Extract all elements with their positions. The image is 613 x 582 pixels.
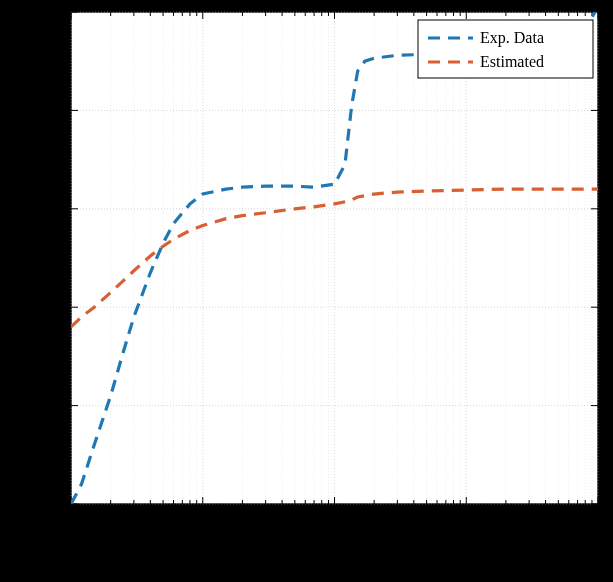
y-axis-label: Angular Displacement (rad) — [2, 146, 25, 370]
svg-text:0.5: 0.5 — [43, 3, 63, 20]
svg-text:0: 0 — [55, 495, 63, 512]
svg-text:0.2: 0.2 — [43, 298, 63, 315]
legend-label-1: Estimated — [480, 53, 544, 70]
chart-svg: 10-210-1100101102 00.10.20.30.40.5 Time … — [0, 0, 613, 582]
legend: Exp. DataEstimated — [418, 20, 593, 78]
svg-text:0.1: 0.1 — [43, 397, 63, 414]
svg-text:0.3: 0.3 — [43, 200, 63, 217]
chart-container: 10-210-1100101102 00.10.20.30.40.5 Time … — [0, 0, 613, 582]
legend-label-0: Exp. Data — [480, 29, 544, 47]
svg-text:0.4: 0.4 — [43, 101, 63, 118]
x-axis-label: Time (sec) — [291, 545, 376, 568]
